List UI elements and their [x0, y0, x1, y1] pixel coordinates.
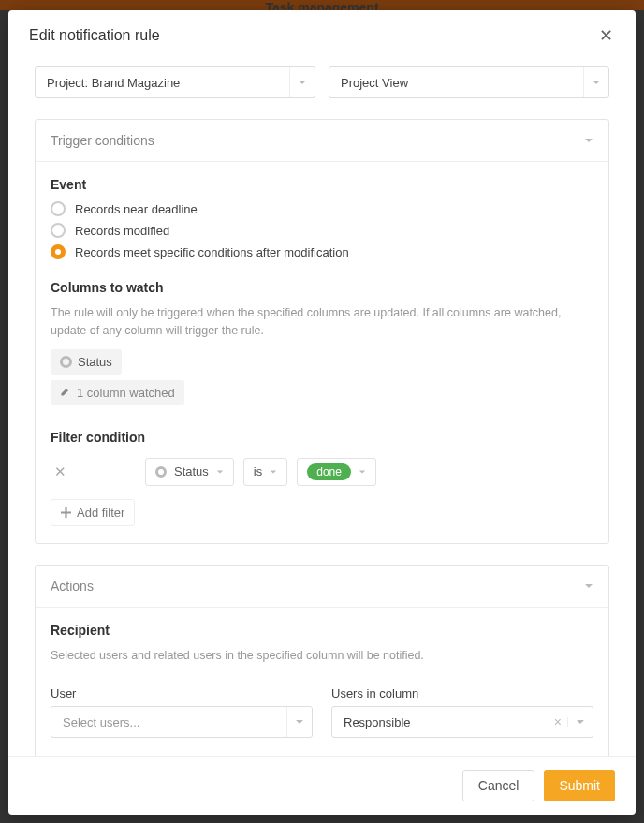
add-filter-button[interactable]: Add filter: [51, 499, 135, 526]
modal-scroll-area[interactable]: Project: Brand Magazine Project View Tri…: [8, 57, 636, 756]
chevron-down-icon: [583, 67, 601, 97]
clear-icon[interactable]: ×: [554, 714, 562, 729]
chevron-down-icon: [216, 464, 224, 478]
users-in-column-value: Responsible: [344, 715, 411, 729]
radio-icon: [51, 223, 66, 238]
chevron-down-icon: [359, 464, 366, 478]
radio-modified[interactable]: Records modified: [51, 223, 593, 238]
filter-condition-label: Filter condition: [51, 430, 593, 445]
user-field-label: User: [51, 686, 313, 700]
filter-operator-select[interactable]: is: [243, 458, 287, 486]
radio-label: Records modified: [75, 224, 169, 238]
user-select[interactable]: Select users...: [51, 706, 313, 738]
view-select-value: Project View: [341, 76, 408, 90]
radio-icon: [51, 244, 66, 259]
trigger-conditions-header[interactable]: Trigger conditions: [36, 120, 608, 162]
trigger-conditions-panel: Trigger conditions Event Records near de…: [35, 119, 609, 544]
project-select[interactable]: Project: Brand Magazine: [35, 66, 315, 98]
columns-to-watch-label: Columns to watch: [51, 280, 593, 295]
radio-meet-conditions[interactable]: Records meet specific conditions after m…: [51, 244, 593, 259]
radio-label: Records near deadline: [75, 202, 198, 216]
trigger-conditions-label: Trigger conditions: [51, 133, 154, 148]
filter-field-select[interactable]: Status: [145, 458, 234, 486]
chevron-down-icon: [584, 579, 593, 594]
radio-label: Records meet specific conditions after m…: [75, 245, 349, 259]
actions-header[interactable]: Actions: [36, 566, 608, 608]
edit-notification-modal: Edit notification rule ✕ Project: Brand …: [8, 10, 636, 815]
pencil-icon: [60, 386, 71, 400]
radio-near-deadline[interactable]: Records near deadline: [51, 201, 593, 216]
plus-icon: [61, 507, 71, 518]
actions-panel: Actions Recipient Selected users and rel…: [35, 565, 609, 757]
close-icon[interactable]: ✕: [595, 23, 617, 48]
actions-label: Actions: [51, 579, 94, 594]
modal-title: Edit notification rule: [29, 27, 160, 44]
chevron-down-icon: [270, 464, 277, 478]
chevron-down-icon: [286, 707, 304, 737]
project-select-value: Project: Brand Magazine: [47, 76, 180, 90]
status-ring-icon: [155, 466, 167, 478]
users-in-column-label: Users in column: [331, 686, 593, 700]
status-badge: done: [307, 463, 351, 480]
filter-field-value: Status: [174, 464, 209, 478]
chevron-down-icon: [567, 717, 585, 727]
users-in-column-select[interactable]: Responsible ×: [331, 706, 593, 738]
recipient-label: Recipient: [51, 623, 593, 638]
user-select-placeholder: Select users...: [63, 715, 139, 729]
watch-column-chip-status[interactable]: Status: [51, 349, 122, 375]
columns-to-watch-help: The rule will only be triggered when the…: [51, 304, 593, 340]
event-label: Event: [51, 177, 593, 192]
remove-filter-icon[interactable]: ✕: [51, 463, 70, 480]
radio-icon: [51, 201, 66, 216]
filter-value-select[interactable]: done: [297, 458, 376, 486]
column-watched-summary[interactable]: 1 column watched: [51, 380, 184, 405]
chip-label: Status: [78, 355, 112, 369]
submit-button[interactable]: Submit: [544, 770, 615, 801]
chip-label: 1 column watched: [77, 386, 175, 400]
chevron-down-icon: [584, 133, 593, 148]
view-select[interactable]: Project View: [329, 66, 609, 98]
chevron-down-icon: [289, 67, 307, 97]
add-filter-label: Add filter: [77, 506, 124, 520]
status-ring-icon: [60, 356, 72, 368]
cancel-button[interactable]: Cancel: [462, 770, 535, 801]
recipient-help: Selected users and related users in the …: [51, 647, 593, 665]
filter-operator-value: is: [254, 464, 262, 478]
